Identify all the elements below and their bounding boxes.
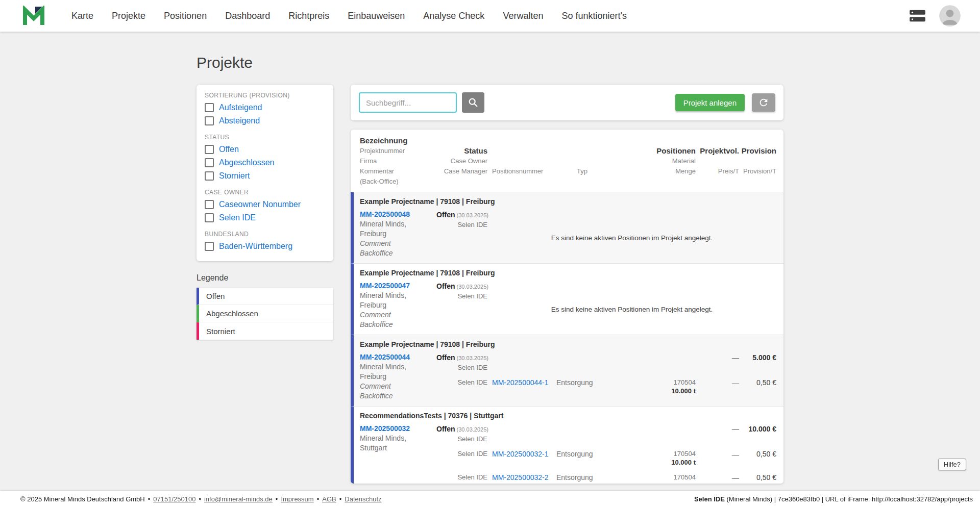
backoffice-label: Backoffice bbox=[360, 391, 436, 401]
mineral-minds-logo[interactable] bbox=[22, 6, 45, 26]
legend-item-abgeschlossen: Abgeschlossen bbox=[197, 305, 333, 322]
datenschutz-link[interactable]: Datenschutz bbox=[345, 495, 381, 503]
filter-option-label[interactable]: Absteigend bbox=[219, 116, 260, 125]
separator: • bbox=[339, 495, 342, 503]
filter-option-label[interactable]: Abgeschlossen bbox=[219, 158, 275, 167]
impressum-link[interactable]: Impressum bbox=[281, 495, 313, 503]
separator: • bbox=[276, 495, 278, 503]
table-header: Bezeichnung Projektnummer Firma Kommenta… bbox=[351, 130, 783, 192]
position-typ: Entsorgung bbox=[556, 473, 630, 482]
session-details: (Mineral Minds) | 7ce360e83fb0 | URL of … bbox=[725, 495, 973, 503]
position-quantity: 170504 10.000 t bbox=[630, 378, 696, 395]
projects-table: Bezeichnung Projektnummer Firma Kommenta… bbox=[351, 130, 783, 484]
header-typ: Typ bbox=[556, 136, 630, 187]
company-name: Mineral Minds, bbox=[360, 362, 436, 372]
filter-option-label[interactable]: Aufsteigend bbox=[219, 103, 262, 112]
filter-option-label[interactable]: Caseowner Nonumber bbox=[219, 200, 301, 209]
filter-panel: SORTIERUNG (PROVISION) Aufsteigend Abste… bbox=[197, 85, 333, 261]
checkbox-icon[interactable] bbox=[205, 158, 214, 167]
preis-value: — bbox=[696, 449, 739, 460]
comment-label: Comment bbox=[360, 239, 436, 248]
checkbox-icon[interactable] bbox=[205, 242, 214, 251]
checkbox-icon[interactable] bbox=[205, 145, 214, 154]
status-cell: Offen(30.03.2025) bbox=[436, 210, 487, 220]
card-machine-icon bbox=[909, 9, 926, 22]
agb-link[interactable]: AGB bbox=[322, 495, 336, 503]
status-cell: Offen(30.03.2025) bbox=[436, 281, 487, 292]
page-title: Projekte bbox=[197, 54, 783, 71]
nav-item-analyse-check[interactable]: Analyse Check bbox=[423, 11, 484, 21]
filter-option-aufsteigend[interactable]: Aufsteigend bbox=[205, 101, 325, 114]
nav-item-richtpreis[interactable]: Richtpreis bbox=[288, 11, 329, 21]
header-positionen: Positionen Material Menge bbox=[630, 136, 696, 187]
checkbox-icon[interactable] bbox=[205, 213, 214, 222]
material-code: 170504 bbox=[630, 473, 696, 481]
checkbox-icon[interactable] bbox=[205, 200, 214, 209]
search-input[interactable] bbox=[359, 92, 457, 113]
project-number-link[interactable]: MM-202500047 bbox=[360, 281, 436, 291]
project-number-link[interactable]: MM-202500032 bbox=[360, 424, 436, 434]
position-number-link[interactable]: MM-202500032-1 bbox=[492, 449, 549, 459]
project-number-link[interactable]: MM-202500044 bbox=[360, 352, 436, 362]
filter-section-sortierung: SORTIERUNG (PROVISION) Aufsteigend Abste… bbox=[205, 92, 325, 128]
main-navigation: Karte Projekte Positionen Dashboard Rich… bbox=[71, 11, 627, 21]
filter-option-label[interactable]: Selen IDE bbox=[219, 213, 256, 222]
filter-option-absteigend[interactable]: Absteigend bbox=[205, 114, 325, 128]
legend-title: Legende bbox=[197, 273, 333, 283]
search-button[interactable] bbox=[462, 92, 484, 113]
filter-option-label[interactable]: Storniert bbox=[219, 171, 250, 181]
navbar-right bbox=[909, 5, 961, 27]
filter-option-caseowner-nonumber[interactable]: Caseowner Nonumber bbox=[205, 198, 325, 211]
project-title: Example Projectname | 79108 | Freiburg bbox=[360, 268, 776, 278]
checkbox-icon[interactable] bbox=[205, 116, 214, 125]
filter-option-baden-wuerttemberg[interactable]: Baden-Württemberg bbox=[205, 240, 325, 253]
filter-option-offen[interactable]: Offen bbox=[205, 143, 325, 156]
comment-label: Comment bbox=[360, 382, 436, 391]
refresh-button[interactable] bbox=[752, 93, 775, 112]
checkbox-icon[interactable] bbox=[205, 103, 214, 112]
nav-item-positionen[interactable]: Positionen bbox=[164, 11, 207, 21]
create-project-button[interactable]: Projekt anlegen bbox=[675, 94, 745, 111]
separator: • bbox=[148, 495, 151, 503]
nav-item-so-funktionierts[interactable]: So funktioniert's bbox=[561, 11, 627, 21]
backoffice-label: Backoffice bbox=[360, 320, 436, 329]
legend-item-storniert: Storniert bbox=[197, 322, 333, 340]
nav-item-projekte[interactable]: Projekte bbox=[112, 11, 145, 21]
status-label: Offen bbox=[436, 282, 455, 290]
nav-item-verwalten[interactable]: Verwalten bbox=[503, 11, 543, 21]
position-number-link[interactable]: MM-202500044-1 bbox=[492, 378, 549, 387]
status-date: (30.03.2025) bbox=[457, 426, 488, 433]
filter-option-label[interactable]: Offen bbox=[219, 145, 239, 154]
nav-item-karte[interactable]: Karte bbox=[71, 11, 93, 21]
project-title: Example Projectname | 79108 | Freiburg bbox=[360, 196, 776, 207]
table-row: Example Projectname | 79108 | Freiburg M… bbox=[351, 264, 783, 335]
project-info: MM-202500048 Mineral Minds, Freiburg Com… bbox=[360, 210, 436, 258]
checkbox-icon[interactable] bbox=[205, 171, 214, 181]
project-number-link[interactable]: MM-202500048 bbox=[360, 210, 436, 219]
filter-option-selen-ide[interactable]: Selen IDE bbox=[205, 211, 325, 224]
filter-option-storniert[interactable]: Storniert bbox=[205, 169, 325, 183]
header-projektvol: Projektvol. Preis/T bbox=[696, 136, 739, 187]
nav-item-einbauweisen[interactable]: Einbauweisen bbox=[348, 11, 405, 21]
legend: Offen Abgeschlossen Storniert bbox=[197, 288, 333, 340]
table-row: Example Projectname | 79108 | Freiburg M… bbox=[351, 192, 783, 264]
terminal-icon[interactable] bbox=[909, 9, 926, 22]
filter-option-abgeschlossen[interactable]: Abgeschlossen bbox=[205, 156, 325, 169]
case-owner: Selen IDE bbox=[436, 363, 487, 372]
phone-link[interactable]: 07151/250100 bbox=[153, 495, 195, 503]
position-provision: 0,50 € bbox=[739, 473, 776, 482]
position-typ: Entsorgung bbox=[556, 449, 630, 459]
email-link[interactable]: info@mineral-minds.de bbox=[204, 495, 273, 503]
position-quantity: 170504 10.000 t bbox=[630, 473, 696, 484]
search-icon bbox=[468, 97, 479, 108]
position-number-link[interactable]: MM-202500032-2 bbox=[492, 473, 549, 482]
filter-section-label: STATUS bbox=[205, 134, 325, 141]
project-info: MM-202500047 Mineral Minds, Freiburg Com… bbox=[360, 281, 436, 329]
case-owner: Selen IDE bbox=[436, 292, 487, 300]
avatar[interactable] bbox=[939, 5, 961, 27]
nav-item-dashboard[interactable]: Dashboard bbox=[225, 11, 270, 21]
case-owner: Selen IDE bbox=[436, 435, 487, 443]
filter-option-label[interactable]: Baden-Württemberg bbox=[219, 242, 292, 251]
company-name: Mineral Minds, bbox=[360, 219, 436, 229]
help-button[interactable]: Hilfe? bbox=[938, 459, 966, 470]
